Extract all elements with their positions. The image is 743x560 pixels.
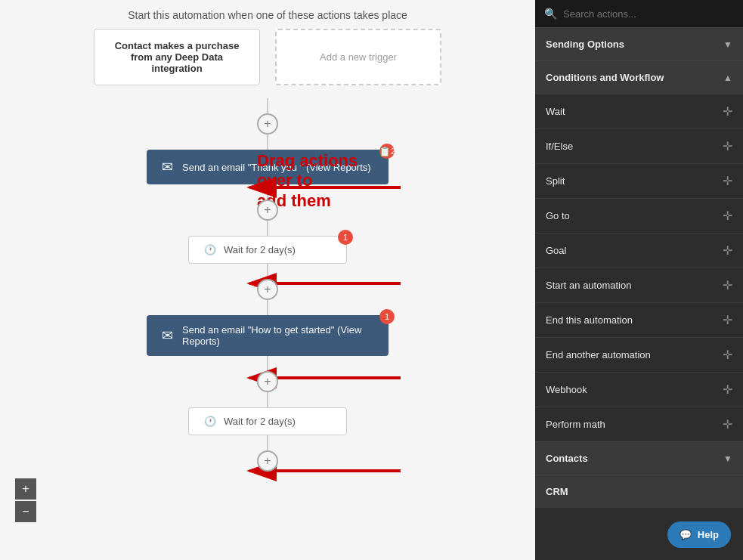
- right-sidebar: 🔍 Sending Options ▼ Conditions and Workf…: [535, 0, 743, 560]
- drag-handle-wait: ✛: [723, 104, 732, 119]
- action-goto-label: Go to: [546, 210, 570, 221]
- badge-count-howto: 1: [385, 312, 389, 321]
- trigger-box-deep-data[interactable]: Contact makes a purchase from any Deep D…: [94, 29, 260, 85]
- connector-8: [267, 392, 268, 407]
- zoom-out-button[interactable]: −: [15, 501, 36, 522]
- section-contacts[interactable]: Contacts ▼: [535, 441, 743, 475]
- connector-line-1: [267, 98, 268, 113]
- badge-thankyou: 📋 2: [379, 144, 395, 159]
- badge-count-wait-1: 1: [343, 233, 348, 242]
- add-button-3[interactable]: +: [257, 279, 278, 300]
- action-node-howto[interactable]: ✉ Send an email "How to get started" (Vi…: [147, 315, 389, 356]
- drag-handle-perform-math: ✛: [723, 417, 732, 432]
- action-node-thankyou-wrapper: ✉ Send an email "Thank you " (View Repor…: [147, 150, 389, 184]
- action-item-perform-math[interactable]: Perform math ✛: [535, 407, 743, 441]
- action-end-this-label: End this automation: [546, 314, 633, 326]
- section-sending-label: Sending Options: [546, 39, 624, 50]
- action-ifelse-label: If/Else: [546, 141, 573, 152]
- drag-handle-webhook: ✛: [723, 382, 732, 397]
- action-start-automation-label: Start an automation: [546, 280, 631, 291]
- action-item-wait[interactable]: Wait ✛: [535, 94, 743, 128]
- badge-count-1: 2: [391, 147, 395, 156]
- email-icon-2: ✉: [162, 327, 173, 344]
- badge-wait-1: 1: [338, 230, 353, 245]
- action-item-ifelse[interactable]: If/Else ✛: [535, 128, 743, 163]
- section-conditions-workflow[interactable]: Conditions and Workflow ▲: [535, 60, 743, 94]
- zoom-controls: + −: [15, 478, 36, 522]
- action-label-thankyou: Send an email "Thank you " (View Reports…: [182, 162, 371, 173]
- search-input[interactable]: [563, 8, 734, 20]
- section-contacts-label: Contacts: [546, 453, 588, 464]
- action-item-end-another-automation[interactable]: End another automation ✛: [535, 337, 743, 372]
- add-button-4[interactable]: +: [257, 371, 278, 392]
- help-label: Help: [698, 529, 719, 540]
- wait-node-1[interactable]: 🕐 Wait for 2 day(s): [188, 236, 347, 264]
- add-button-1[interactable]: +: [257, 113, 278, 135]
- workflow-area: + ✉ Send an email "Thank you " (View Rep…: [0, 98, 535, 472]
- badge-howto: 1: [379, 309, 395, 324]
- connector-2: [267, 135, 268, 150]
- email-icon-1: ✉: [162, 159, 173, 175]
- main-canvas: Start this automation when one of these …: [0, 0, 535, 560]
- clock-icon-2: 🕐: [204, 416, 216, 427]
- zoom-in-button[interactable]: +: [15, 478, 36, 500]
- chevron-contacts-icon: ▼: [723, 453, 732, 464]
- add-new-trigger-box[interactable]: Add a new trigger: [275, 29, 441, 85]
- section-sending-options[interactable]: Sending Options ▼: [535, 27, 743, 60]
- help-button[interactable]: 💬 Help: [667, 521, 731, 548]
- drag-handle-end-this: ✛: [723, 313, 732, 327]
- section-crm[interactable]: CRM: [535, 475, 743, 508]
- action-item-end-this-automation[interactable]: End this automation ✛: [535, 302, 743, 337]
- drag-handle-split: ✛: [723, 174, 732, 188]
- action-item-webhook[interactable]: Webhook ✛: [535, 372, 743, 407]
- action-node-thankyou[interactable]: ✉ Send an email "Thank you " (View Repor…: [147, 150, 389, 184]
- action-node-howto-wrapper: ✉ Send an email "How to get started" (Vi…: [147, 315, 389, 356]
- drag-handle-goto: ✛: [723, 209, 732, 223]
- chevron-sending-icon: ▼: [723, 39, 732, 50]
- action-item-split[interactable]: Split ✛: [535, 163, 743, 198]
- drag-handle-end-another: ✛: [723, 348, 732, 362]
- add-button-5[interactable]: +: [257, 450, 278, 472]
- connector-9: [267, 435, 268, 450]
- connector-5: [267, 264, 268, 279]
- connector-7: [267, 356, 268, 371]
- connector-6: [267, 300, 268, 315]
- action-wait-label: Wait: [546, 106, 565, 117]
- action-goal-label: Goal: [546, 245, 566, 256]
- wait-node-2[interactable]: 🕐 Wait for 2 day(s): [188, 407, 347, 435]
- instruction-text: Start this automation when one of these …: [0, 0, 535, 29]
- action-item-goto[interactable]: Go to ✛: [535, 198, 743, 233]
- clock-icon-1: 🕐: [204, 244, 216, 255]
- triggers-row: Contact makes a purchase from any Deep D…: [0, 29, 535, 85]
- section-conditions-label: Conditions and Workflow: [546, 72, 664, 83]
- action-label-howto: Send an email "How to get started" (View…: [182, 324, 373, 347]
- action-perform-math-label: Perform math: [546, 419, 605, 430]
- action-split-label: Split: [546, 175, 565, 187]
- action-item-start-automation[interactable]: Start an automation ✛: [535, 268, 743, 302]
- wait-label-2: Wait for 2 day(s): [224, 416, 296, 427]
- action-end-another-label: End another automation: [546, 349, 651, 360]
- wait-node-1-wrapper: 🕐 Wait for 2 day(s) 1: [188, 236, 347, 264]
- wait-label-1: Wait for 2 day(s): [224, 244, 296, 255]
- drag-handle-start-automation: ✛: [723, 278, 732, 292]
- action-item-goal[interactable]: Goal ✛: [535, 233, 743, 268]
- search-icon: 🔍: [544, 8, 557, 20]
- drag-handle-goal: ✛: [723, 243, 732, 258]
- drag-handle-ifelse: ✛: [723, 139, 732, 153]
- chevron-conditions-icon: ▲: [723, 73, 732, 83]
- connector-3: [267, 184, 268, 200]
- help-icon: 💬: [680, 529, 692, 540]
- search-bar: 🔍: [535, 0, 743, 27]
- action-webhook-label: Webhook: [546, 384, 587, 395]
- section-crm-label: CRM: [546, 486, 568, 497]
- add-btn-wrapper-1: + ✉ Send an email "Thank you " (View Rep…: [147, 113, 389, 472]
- wait-node-2-wrapper: 🕐 Wait for 2 day(s): [188, 407, 347, 435]
- add-button-2[interactable]: +: [257, 200, 278, 221]
- connector-4: [267, 221, 268, 236]
